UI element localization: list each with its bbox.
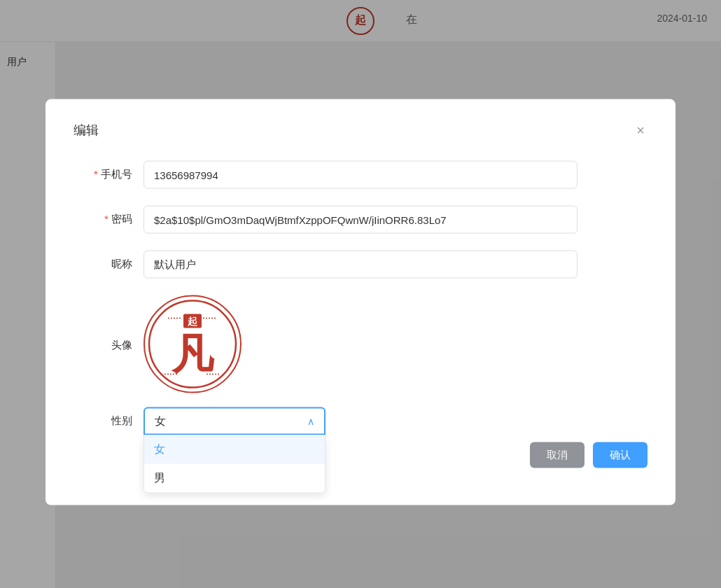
svg-text:起: 起 [188, 316, 197, 327]
nickname-input[interactable] [144, 251, 578, 279]
cancel-button[interactable]: 取消 [530, 442, 584, 468]
gender-selected-value: 女 [155, 414, 166, 428]
phone-row: 手机号 [74, 161, 648, 189]
chevron-up-icon: ∧ [307, 416, 314, 427]
phone-input[interactable] [144, 161, 578, 189]
modal-header: 编辑 × [74, 120, 648, 140]
gender-select[interactable]: 女 ∧ [144, 407, 326, 435]
avatar-label: 头像 [74, 339, 144, 349]
password-label: 密码 [74, 206, 144, 232]
gender-row: 性别 女 ∧ 女 男 [74, 407, 648, 435]
password-row: 密码 [74, 206, 648, 234]
gender-select-wrapper: 女 ∧ 女 男 [144, 407, 326, 435]
confirm-button[interactable]: 确认 [593, 442, 648, 468]
modal-title: 编辑 [74, 122, 99, 139]
edit-modal: 编辑 × 手机号 密码 昵称 头像 起 [46, 99, 676, 505]
close-button[interactable]: × [634, 120, 648, 140]
avatar-svg: 起 凡 [147, 299, 238, 390]
svg-text:凡: 凡 [171, 332, 215, 378]
gender-option-male[interactable]: 男 [144, 464, 325, 493]
gender-label: 性别 [74, 407, 144, 434]
phone-label: 手机号 [74, 161, 144, 188]
nickname-label: 昵称 [74, 251, 144, 277]
avatar-image[interactable]: 起 凡 [144, 295, 241, 393]
nickname-row: 昵称 [74, 251, 648, 279]
password-input[interactable] [144, 206, 578, 234]
avatar-row: 头像 起 凡 [74, 295, 648, 393]
gender-dropdown: 女 男 [144, 435, 326, 493]
gender-option-female[interactable]: 女 [144, 435, 325, 464]
